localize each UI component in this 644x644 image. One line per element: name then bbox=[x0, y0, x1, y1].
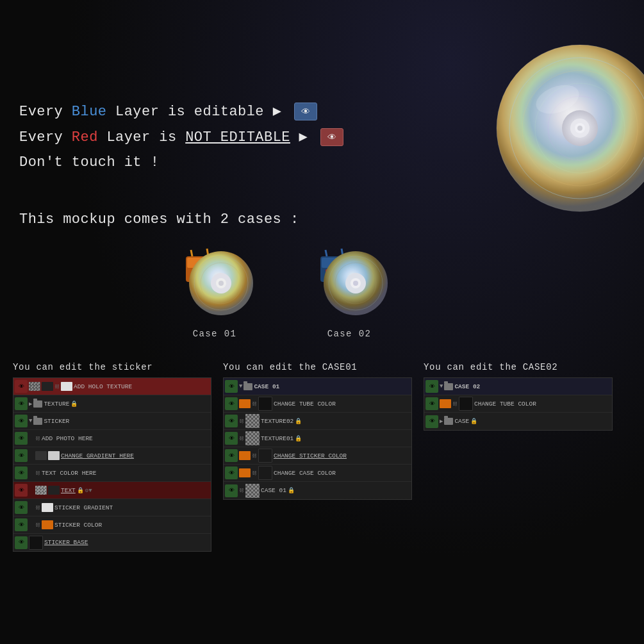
sticker-gradient-eye[interactable]: 👁 bbox=[15, 501, 28, 514]
holo-swatch1 bbox=[29, 382, 40, 391]
texture-arrow: ▶ bbox=[29, 400, 32, 408]
case01-tex2-chain: ⛓ bbox=[239, 418, 244, 424]
case02-case-row: 👁 ▶ CASE 🔒 bbox=[424, 413, 612, 430]
case02-case-eye[interactable]: 👁 bbox=[425, 415, 438, 428]
case01-case-eye[interactable]: 👁 bbox=[225, 466, 238, 479]
sticker-grp-label: STICKER bbox=[44, 418, 69, 425]
case01-tex2-eye[interactable]: 👁 bbox=[225, 415, 238, 427]
texture-row: 👁 ▶ TEXTURE 🔒 bbox=[13, 395, 211, 413]
case01-tex1-thumb bbox=[245, 431, 260, 445]
case02-tube-eye[interactable]: 👁 bbox=[425, 397, 438, 410]
case01-tex2-thumb bbox=[245, 414, 260, 428]
case02-label: Case 02 bbox=[308, 329, 391, 339]
case02-case-folder bbox=[444, 418, 453, 425]
case01-tex2-label: TEXTURE02 bbox=[261, 418, 293, 425]
svg-point-9 bbox=[577, 126, 582, 131]
text-color-label: TEXT COLOR HERE bbox=[42, 470, 97, 477]
sc-chain: ⛓ bbox=[35, 522, 40, 528]
case01-folder bbox=[244, 383, 252, 390]
sticker-grp-folder bbox=[33, 418, 42, 425]
case01-tex2-row: 👁 ⛓ TEXTURE02 🔒 bbox=[224, 413, 411, 430]
case01-base-eye[interactable]: 👁 bbox=[225, 484, 238, 497]
sticker-panel-box: 👁 ⛓ ADD HOLO TEXTURE 👁 ▶ TEXTURE 🔒 👁 ▼ bbox=[13, 377, 211, 552]
case01-tube-row: 👁 ⛓ CHANGE TUBE COLOR bbox=[224, 395, 411, 413]
svg-point-20 bbox=[219, 281, 224, 286]
case01-sticker-eye[interactable]: 👁 bbox=[225, 449, 238, 462]
sticker-grp-arrow: ▼ bbox=[29, 418, 32, 424]
sg-chain: ⛓ bbox=[35, 505, 40, 511]
holo-swatch2 bbox=[42, 382, 53, 391]
svg-line-13 bbox=[191, 250, 192, 256]
case02-disc bbox=[308, 237, 391, 320]
case01-sticker-chain: ⛓ bbox=[252, 453, 257, 459]
holo-swatch3 bbox=[61, 382, 72, 391]
texture-eye-btn[interactable]: 👁 bbox=[15, 397, 28, 410]
case01-tex1-chain: ⛓ bbox=[239, 436, 244, 442]
case01-panel-box: 👁 ▼ CASE 01 👁 ⛓ CHANGE TUBE COLOR 👁 ⛓ TE… bbox=[223, 377, 412, 500]
sticker-base-eye[interactable]: 👁 bbox=[15, 536, 28, 549]
add-photo-row: 👁 ⛓ ADD PHOTO HERE bbox=[13, 430, 211, 447]
case01-tex2-lock: 🔒 bbox=[295, 418, 302, 425]
texture-lock: 🔒 bbox=[70, 400, 78, 408]
case01-tex1-lock: 🔒 bbox=[295, 435, 302, 442]
case02-panel-section: You can edit the CASE02 👁 ▼ CASE 02 👁 ⛓ … bbox=[424, 362, 613, 552]
case01-case-swatch bbox=[239, 468, 251, 477]
holo-texture-row: 👁 ⛓ ADD HOLO TEXTURE bbox=[13, 378, 211, 395]
case01-header-arrow: ▼ bbox=[239, 383, 242, 390]
eye-icon-blue: 👁 bbox=[294, 103, 317, 120]
line2: Every Red Layer is NOT EDITABLE ▶ 👁 bbox=[19, 125, 343, 151]
case02-header-eye[interactable]: 👁 bbox=[425, 380, 438, 393]
eye-icon-red: 👁 bbox=[320, 128, 343, 146]
case02-folder bbox=[444, 383, 453, 390]
case01-tube-label: CHANGE TUBE COLOR bbox=[274, 400, 336, 408]
text-color-row: 👁 ⛓ TEXT COLOR HERE bbox=[13, 465, 211, 482]
change-gradient-row: 👁 CHANGE GRADIENT HERE bbox=[13, 447, 211, 465]
text-sw1 bbox=[35, 486, 47, 495]
sticker-color-row: 👁 ⛓ STICKER COLOR bbox=[13, 516, 211, 534]
sg-swatch bbox=[42, 503, 53, 512]
text-layer-label: TEXT bbox=[61, 487, 76, 494]
text-color-eye[interactable]: 👁 bbox=[15, 466, 28, 479]
line1: Every Blue Layer is editable ▶ 👁 bbox=[19, 99, 343, 125]
case01-case-row: 👁 ⛓ CHANGE CASE COLOR bbox=[224, 465, 411, 482]
case01-tube-eye[interactable]: 👁 bbox=[225, 397, 238, 410]
case02-tube-swatch bbox=[440, 399, 451, 408]
case01-item: Case 01 bbox=[173, 237, 256, 339]
sticker-grp-eye[interactable]: 👁 bbox=[15, 415, 28, 427]
case01-group-label: CASE 01 bbox=[254, 383, 279, 390]
sticker-gradient-label: STICKER GRADIENT bbox=[54, 504, 113, 511]
case02-case-lock: 🔒 bbox=[470, 418, 477, 425]
case01-tube-chain: ⛓ bbox=[252, 401, 257, 407]
holo-label: ADD HOLO TEXTURE bbox=[74, 383, 132, 390]
text-layer-eye[interactable]: 👁 bbox=[15, 484, 28, 497]
add-photo-eye[interactable]: 👁 bbox=[15, 432, 28, 445]
case02-tube-thumb bbox=[459, 397, 473, 411]
sticker-color-label: STICKER COLOR bbox=[54, 522, 102, 529]
sticker-gradient-row: 👁 ⛓ STICKER GRADIENT bbox=[13, 499, 211, 516]
grad-sw2 bbox=[48, 451, 60, 460]
case01-base-chain: ⛓ bbox=[239, 488, 244, 493]
case01-tex1-eye[interactable]: 👁 bbox=[225, 432, 238, 445]
sticker-base-label: STICKER BASE bbox=[44, 539, 88, 546]
holo-eye-btn[interactable]: 👁 bbox=[15, 380, 28, 393]
case02-panel-title: You can edit the CASE02 bbox=[424, 362, 613, 372]
case01-case-label: CHANGE CASE COLOR bbox=[274, 470, 336, 477]
cases-area: Case 01 bbox=[173, 237, 391, 339]
sticker-grp-row: 👁 ▼ STICKER bbox=[13, 413, 211, 430]
texture-folder bbox=[33, 400, 42, 408]
add-photo-chain: ⛓ bbox=[35, 436, 40, 442]
sticker-base-row: 👁 STICKER BASE bbox=[13, 534, 211, 551]
case01-label: Case 01 bbox=[173, 329, 256, 339]
panels-area: You can edit the sticker 👁 ⛓ ADD HOLO TE… bbox=[13, 362, 613, 552]
sticker-color-eye[interactable]: 👁 bbox=[15, 518, 28, 531]
case02-tube-label: CHANGE TUBE COLOR bbox=[474, 400, 536, 408]
case01-header-eye[interactable]: 👁 bbox=[225, 380, 238, 393]
case01-tex1-label: TEXTURE01 bbox=[261, 435, 293, 442]
svg-point-31 bbox=[353, 281, 358, 286]
case02-group-label: CASE 02 bbox=[454, 383, 480, 390]
case02-header-row: 👁 ▼ CASE 02 bbox=[424, 378, 612, 395]
case01-sticker-swatch bbox=[239, 451, 251, 460]
case01-base-label: CASE 01 bbox=[261, 487, 286, 494]
text-sw2 bbox=[48, 486, 60, 495]
gradient-eye[interactable]: 👁 bbox=[15, 449, 28, 462]
